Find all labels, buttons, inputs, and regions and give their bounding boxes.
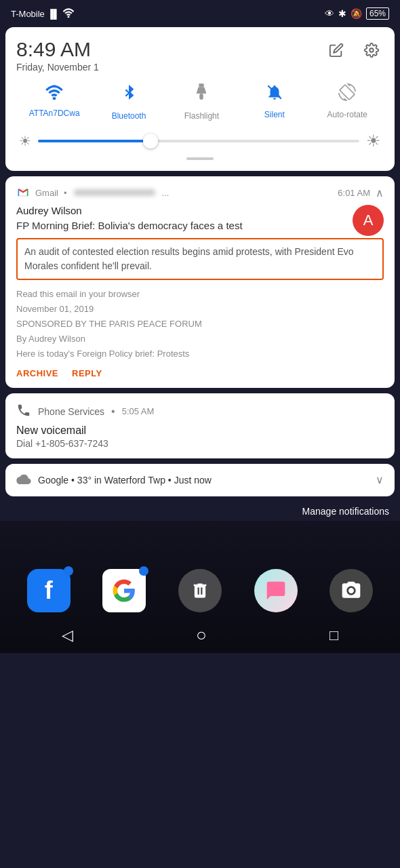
phone-services-notification[interactable]: Phone Services • 5:05 AM New voicemail D… <box>5 393 395 458</box>
gmail-subject: FP Morning Brief: Bolivia's democracy fa… <box>16 219 384 233</box>
gmail-preview-text: An audit of contested election results b… <box>24 245 376 273</box>
home-screen-area: f <box>0 521 400 653</box>
autorotate-icon <box>338 83 356 106</box>
brightness-fill <box>38 140 151 142</box>
weather-temperature: 33° in Waterford Twp <box>77 475 165 486</box>
notification-silent-icon: 🔕 <box>351 8 362 19</box>
home-button[interactable]: ○ <box>196 625 207 646</box>
brightness-thumb[interactable] <box>143 134 158 149</box>
status-bar-left: T-Mobile ▐▌ <box>11 8 75 20</box>
gmail-content: A Audrey Wilson FP Morning Brief: Bolivi… <box>16 205 384 238</box>
gmail-meta-line5: Here is today's Foreign Policy brief: Pr… <box>16 349 189 359</box>
reply-button[interactable]: REPLY <box>72 368 102 378</box>
archive-button[interactable]: ARCHIVE <box>16 368 58 378</box>
navigation-bar: ◁ ○ □ <box>0 618 400 653</box>
weather-when-separator: • <box>168 475 174 486</box>
status-bar-right: 👁 ✱ 🔕 65% <box>325 7 389 20</box>
delete-button[interactable] <box>178 569 222 612</box>
svg-point-2 <box>53 97 56 100</box>
manage-notifications-row: Manage notifications <box>0 502 400 519</box>
facebook-badge <box>64 566 73 576</box>
autorotate-toggle-label: Auto-rotate <box>327 110 367 119</box>
weather-info: Google • 33° in Waterford Twp • Just now <box>38 475 369 486</box>
messages-app-icon[interactable] <box>254 569 298 612</box>
gmail-notification[interactable]: Gmail • ... 6:01 AM ∧ A Audrey Wilson FP… <box>5 176 395 388</box>
google-app-icon[interactable] <box>102 569 146 612</box>
flashlight-toggle-label: Flashlight <box>184 111 219 121</box>
svg-point-1 <box>369 48 374 52</box>
svg-point-0 <box>68 16 70 18</box>
bluetooth-icon <box>121 83 136 107</box>
gmail-dot: • <box>64 188 67 198</box>
phone-services-dot: • <box>111 406 115 418</box>
autorotate-toggle[interactable]: Auto-rotate <box>323 83 371 121</box>
silent-toggle-label: Silent <box>264 110 285 119</box>
qs-time: 8:49 AM <box>16 38 99 60</box>
manage-notifications-button[interactable]: Manage notifications <box>302 506 389 517</box>
app-dock: f <box>0 569 400 612</box>
voicemail-title: New voicemail <box>16 425 384 437</box>
gmail-meta: Read this email in your browser November… <box>16 287 384 361</box>
gmail-meta-line4: By Audrey Wilson <box>16 334 85 344</box>
brightness-row: ☀ ☀ <box>16 132 384 151</box>
qs-action-icons <box>324 38 384 62</box>
weather-expand-chevron[interactable]: ∨ <box>376 473 384 486</box>
weather-when: Just now <box>174 475 212 486</box>
facebook-app-icon[interactable]: f <box>27 569 71 612</box>
weather-separator: • <box>71 475 77 486</box>
svg-rect-3 <box>199 83 204 87</box>
panel-divider <box>186 157 214 160</box>
google-app-name: Google <box>38 475 68 486</box>
cloud-icon <box>16 473 31 487</box>
flashlight-toggle[interactable]: Flashlight <box>178 83 225 121</box>
google-icon <box>112 578 136 603</box>
gmail-account-blurred <box>74 189 155 196</box>
gmail-time: 6:01 AM <box>338 188 370 198</box>
gmail-meta-line3: SPONSORED BY THE PARIS PEACE FORUM <box>16 319 202 329</box>
wifi-status-icon <box>62 8 75 20</box>
brightness-slider[interactable] <box>38 140 359 142</box>
wifi-toggle[interactable]: ATTAn7DCwa <box>29 83 80 121</box>
status-bar: T-Mobile ▐▌ 👁 ✱ 🔕 65% <box>0 0 400 27</box>
weather-notification[interactable]: Google • 33° in Waterford Twp • Just now… <box>5 464 395 496</box>
gmail-meta-line2: November 01, 2019 <box>16 304 94 314</box>
phone-services-time: 5:05 AM <box>122 406 155 416</box>
eye-icon: 👁 <box>325 8 334 19</box>
signal-icon: ▐▌ <box>47 9 60 19</box>
qs-toggles: ATTAn7DCwa Bluetooth <box>16 83 384 121</box>
phone-services-icon <box>16 403 31 420</box>
recents-button[interactable]: □ <box>329 627 338 644</box>
gmail-time-row: 6:01 AM ∧ <box>338 186 384 199</box>
svg-rect-4 <box>200 94 204 100</box>
brightness-low-icon: ☀ <box>19 133 31 149</box>
edit-button[interactable] <box>324 38 348 62</box>
silent-toggle[interactable]: Silent <box>251 83 298 121</box>
gmail-avatar: A <box>353 205 384 236</box>
flashlight-icon <box>194 83 209 107</box>
google-badge <box>139 566 148 576</box>
wifi-toggle-label: ATTAn7DCwa <box>29 108 80 118</box>
gmail-icon <box>16 186 30 199</box>
gmail-expand-chevron[interactable]: ∧ <box>376 186 384 199</box>
gmail-actions: ARCHIVE REPLY <box>16 368 384 378</box>
qs-datetime: 8:49 AM Friday, November 1 <box>16 38 99 73</box>
settings-button[interactable] <box>359 38 384 62</box>
gmail-notif-meta: Gmail • ... <box>16 186 169 199</box>
quick-settings-panel: 8:49 AM Friday, November 1 <box>5 27 395 171</box>
qs-date: Friday, November 1 <box>16 62 99 73</box>
voicemail-number: Dial +1-805-637-7243 <box>16 438 384 449</box>
facebook-icon: f <box>45 576 53 605</box>
bluetooth-toggle-label: Bluetooth <box>112 111 146 121</box>
silent-icon <box>266 83 283 106</box>
carrier-label: T-Mobile <box>11 9 45 19</box>
gmail-meta-line1: Read this email in your browser <box>16 289 140 299</box>
bluetooth-toggle[interactable]: Bluetooth <box>105 83 153 121</box>
bluetooth-status-icon: ✱ <box>338 8 346 19</box>
gmail-app-name: Gmail <box>35 188 58 198</box>
trash-icon <box>191 581 209 600</box>
gmail-ellipsis: ... <box>162 188 169 198</box>
phone-services-name: Phone Services <box>38 406 104 417</box>
brightness-high-icon: ☀ <box>366 132 381 151</box>
camera-app-icon[interactable] <box>329 569 373 612</box>
back-button[interactable]: ◁ <box>62 627 73 644</box>
